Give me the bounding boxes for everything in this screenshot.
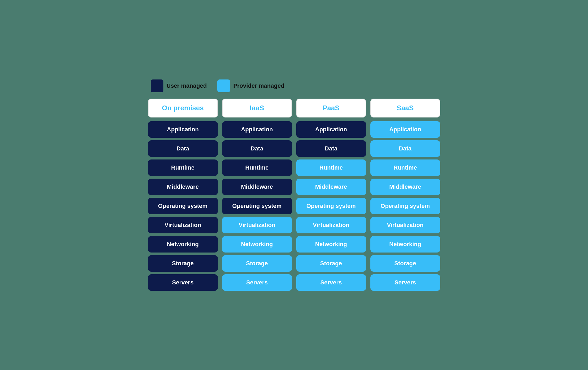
cell-on-premises-networking: Networking: [148, 236, 218, 253]
legend: User managed Provider managed: [148, 79, 440, 92]
cell-on-premises-application: Application: [148, 121, 218, 138]
cell-paas-middleware: Middleware: [296, 179, 366, 195]
cell-iaas-networking: Networking: [222, 236, 292, 253]
cell-paas-networking: Networking: [296, 236, 366, 253]
user-managed-label: User managed: [167, 82, 207, 89]
cell-on-premises-middleware: Middleware: [148, 179, 218, 195]
cell-on-premises-data: Data: [148, 140, 218, 157]
cell-on-premises-virtualization: Virtualization: [148, 217, 218, 233]
column-header-iaas: IaaS: [222, 99, 292, 117]
cell-paas-servers: Servers: [296, 274, 366, 291]
cell-saas-runtime: Runtime: [370, 159, 440, 176]
column-header-paas: PaaS: [296, 99, 366, 117]
column-paas: PaaSApplicationDataRuntimeMiddlewareOper…: [296, 99, 366, 291]
cell-paas-storage: Storage: [296, 255, 366, 272]
cell-paas-application: Application: [296, 121, 366, 138]
column-header-on-premises: On premises: [148, 99, 218, 117]
cell-on-premises-servers: Servers: [148, 274, 218, 291]
cell-iaas-servers: Servers: [222, 274, 292, 291]
column-on-premises: On premisesApplicationDataRuntimeMiddlew…: [148, 99, 218, 291]
cell-saas-servers: Servers: [370, 274, 440, 291]
comparison-grid: On premisesApplicationDataRuntimeMiddlew…: [148, 99, 440, 291]
main-container: User managed Provider managed On premise…: [148, 79, 440, 291]
column-saas: SaaSApplicationDataRuntimeMiddlewareOper…: [370, 99, 440, 291]
cell-iaas-runtime: Runtime: [222, 159, 292, 176]
cell-saas-application: Application: [370, 121, 440, 138]
cell-saas-virtualization: Virtualization: [370, 217, 440, 233]
cell-saas-middleware: Middleware: [370, 179, 440, 195]
cell-saas-data: Data: [370, 140, 440, 157]
cell-on-premises-storage: Storage: [148, 255, 218, 272]
cell-paas-data: Data: [296, 140, 366, 157]
cell-iaas-operating-system: Operating system: [222, 198, 292, 214]
cell-iaas-middleware: Middleware: [222, 179, 292, 195]
cell-paas-operating-system: Operating system: [296, 198, 366, 214]
cell-iaas-storage: Storage: [222, 255, 292, 272]
legend-item-user-managed: User managed: [151, 79, 207, 92]
cell-iaas-data: Data: [222, 140, 292, 157]
provider-managed-label: Provider managed: [233, 82, 284, 89]
cell-on-premises-runtime: Runtime: [148, 159, 218, 176]
cell-on-premises-operating-system: Operating system: [148, 198, 218, 214]
column-iaas: IaaSApplicationDataRuntimeMiddlewareOper…: [222, 99, 292, 291]
cell-saas-storage: Storage: [370, 255, 440, 272]
legend-item-provider-managed: Provider managed: [217, 79, 284, 92]
cell-iaas-application: Application: [222, 121, 292, 138]
cell-iaas-virtualization: Virtualization: [222, 217, 292, 233]
column-header-saas: SaaS: [370, 99, 440, 117]
cell-saas-operating-system: Operating system: [370, 198, 440, 214]
cell-paas-virtualization: Virtualization: [296, 217, 366, 233]
cell-saas-networking: Networking: [370, 236, 440, 253]
user-managed-swatch: [151, 79, 163, 92]
provider-managed-swatch: [217, 79, 230, 92]
cell-paas-runtime: Runtime: [296, 159, 366, 176]
